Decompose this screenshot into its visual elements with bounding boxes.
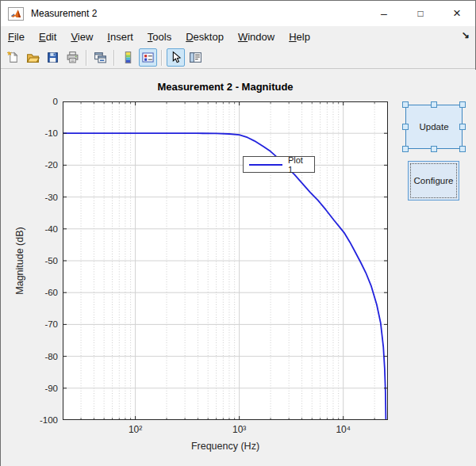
y-tick-label: -100	[25, 414, 58, 426]
window-title: Measurement 2	[31, 8, 97, 19]
plot-title: Measurement 2 - Magnitude	[63, 81, 388, 93]
toolbar-separator	[113, 50, 115, 66]
open-file-icon[interactable]	[24, 48, 42, 67]
menu-edit[interactable]: Edit	[32, 29, 63, 45]
x-axis-label: Frequency (Hz)	[63, 441, 388, 452]
menu-desktop[interactable]: Desktop	[178, 29, 231, 45]
y-tick-label: -10	[25, 128, 58, 139]
toolbar-separator	[86, 50, 87, 66]
menu-file[interactable]: File	[1, 29, 32, 45]
y-tick-label: -30	[25, 192, 58, 203]
print-figure-icon[interactable]	[63, 48, 82, 67]
y-tick-label: -60	[25, 287, 58, 298]
close-button[interactable]: ×	[439, 1, 475, 26]
menu-items: FileEditViewInsertToolsDesktopWindowHelp	[1, 29, 317, 45]
dock-figure-icon[interactable]: ↘	[462, 29, 470, 40]
update-button[interactable]: Update	[405, 105, 463, 149]
y-tick-label: 0	[25, 96, 58, 107]
title-bar: Measurement 2 – □ ×	[1, 1, 475, 26]
y-axis-label: Magnitude (dB)	[14, 227, 25, 294]
y-tick-label: -70	[25, 319, 58, 330]
legend-line-sample	[249, 164, 282, 166]
figure-toolbar	[1, 47, 475, 69]
x-tick-label: 10⁴	[320, 424, 367, 435]
edit-plot-icon[interactable]	[167, 48, 185, 67]
axes	[63, 101, 388, 420]
plot-browser-icon[interactable]	[186, 48, 205, 67]
y-tick-label: -50	[25, 255, 58, 266]
new-figure-icon[interactable]	[4, 48, 22, 67]
insert-legend-icon[interactable]	[139, 48, 157, 67]
y-tick-label: -40	[25, 223, 58, 235]
link-plot-icon[interactable]	[91, 48, 109, 67]
y-tick-label: -80	[25, 351, 58, 362]
menu-insert[interactable]: Insert	[100, 29, 140, 45]
configure-button[interactable]: Configure	[408, 161, 459, 201]
plot-area[interactable]	[63, 101, 388, 420]
toolbar-separator	[161, 50, 163, 66]
insert-colorbar-icon[interactable]	[119, 48, 137, 67]
legend-entry: Plot 1	[288, 155, 310, 174]
figure-window: Measurement 2 – □ × FileEditViewInsertTo…	[0, 0, 476, 466]
menu-bar: FileEditViewInsertToolsDesktopWindowHelp…	[1, 26, 475, 47]
figure-canvas: Measurement 2 - Magnitude Magnitude (dB)…	[1, 70, 476, 466]
legend[interactable]: Plot 1	[243, 156, 315, 173]
y-tick-label: -90	[25, 383, 58, 394]
save-figure-icon[interactable]	[44, 48, 62, 67]
matlab-logo-icon[interactable]	[8, 7, 24, 21]
x-tick-label: 10³	[216, 424, 263, 435]
menu-view[interactable]: View	[63, 29, 100, 45]
menu-help[interactable]: Help	[282, 29, 317, 45]
menu-window[interactable]: Window	[231, 29, 282, 45]
menu-tools[interactable]: Tools	[140, 29, 178, 45]
y-tick-label: -20	[25, 159, 58, 170]
minimize-button[interactable]: –	[366, 1, 402, 26]
x-tick-label: 10²	[112, 424, 159, 435]
maximize-button[interactable]: □	[402, 1, 439, 26]
